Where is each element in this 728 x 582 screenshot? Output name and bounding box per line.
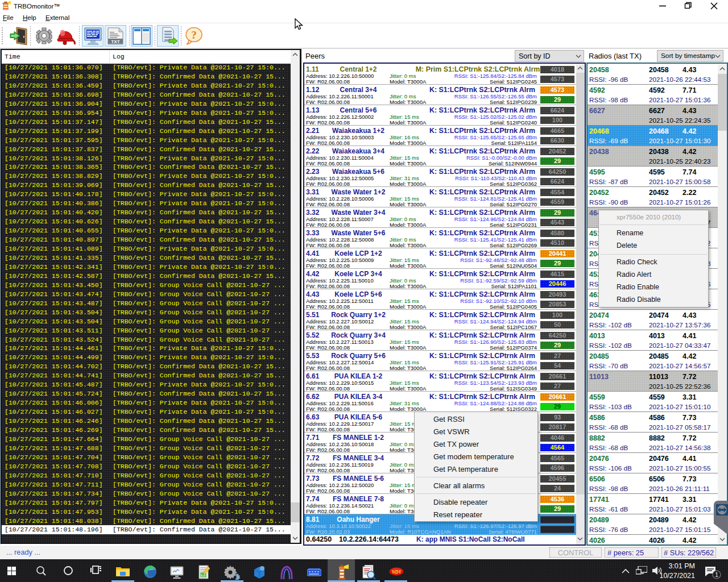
svg-text:?: ? — [191, 29, 197, 41]
svg-text:TXT: TXT — [111, 39, 119, 44]
svg-text:1: 1 — [715, 572, 718, 578]
svg-text:t@t: t@t — [392, 569, 401, 575]
